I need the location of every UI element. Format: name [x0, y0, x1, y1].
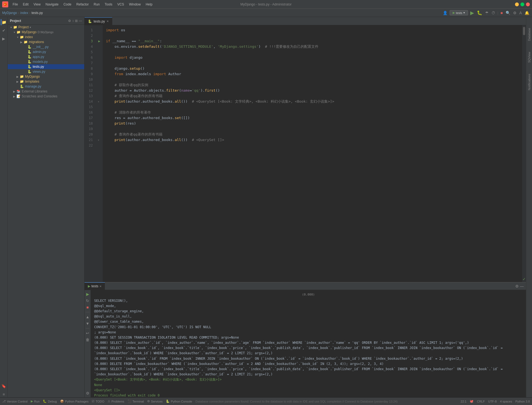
menu-navigate[interactable]: Navigate [43, 1, 61, 7]
activity-structure[interactable]: ≡ [1, 391, 7, 397]
code-line-2 [106, 33, 522, 38]
tree-item-manage[interactable]: ▶ 🐍 manage.py [8, 84, 84, 89]
bottom-close-icon[interactable]: — [520, 284, 524, 288]
status-line-sep[interactable]: CRLF [477, 400, 485, 403]
status-run[interactable]: ▶ Run [31, 400, 40, 403]
minimize-button[interactable] [515, 2, 519, 6]
run-play-button[interactable]: ▶ [470, 9, 475, 16]
run-scroll-down-ctrl[interactable]: ▼ [86, 321, 89, 326]
maximize-button[interactable] [520, 2, 524, 6]
tree-item-models[interactable]: ▶ 🐍 models.py [8, 59, 84, 64]
menu-refactor[interactable]: Refactor [74, 1, 91, 7]
run-play-ctrl[interactable]: ▶ [86, 292, 89, 297]
run-gutter-icon-line3[interactable]: ▶ [98, 39, 100, 43]
sidebar-icon-collapse[interactable]: — [79, 19, 82, 23]
code-lines[interactable]: import os if __name__ == "__main__": os.… [103, 25, 522, 282]
status-debug[interactable]: 🐛 Debug [43, 400, 57, 403]
profile-button[interactable]: ⏱ [491, 10, 496, 16]
search-icon[interactable]: 🔍 [505, 10, 511, 16]
status-git-icon[interactable]: 🐙 [470, 400, 474, 403]
translate-icon[interactable]: A [519, 10, 522, 16]
activity-project[interactable]: 📁 [1, 19, 7, 25]
code-line-3: if __name__ == "__main__": [106, 38, 522, 44]
tree-item-admin[interactable]: ▶ 🐍 admin.py [8, 49, 84, 54]
run-tab[interactable]: ▶ tests ✕ [85, 282, 105, 290]
settings-icon[interactable]: ⚙ [513, 10, 517, 16]
tree-item-templates[interactable]: ▶ 📁 templates [8, 79, 84, 84]
debug-button[interactable]: 🐛 [476, 10, 483, 16]
tree-item-views[interactable]: ▶ 🐍 views.py [8, 69, 84, 74]
status-version-control[interactable]: ⎇ Version Control [2, 400, 27, 403]
tab-close-tests[interactable]: ✕ [107, 20, 109, 23]
activity-commit[interactable]: ✔ [1, 27, 7, 33]
run-rerun-ctrl[interactable]: ↻ [86, 298, 89, 303]
run-clear-ctrl[interactable]: 🗑 [86, 337, 89, 342]
run-stop-ctrl[interactable]: ■ [86, 305, 89, 310]
right-panel-database[interactable]: Database [528, 28, 531, 41]
run-output-panel[interactable]: (0.000) SELECT VERSION(), @@sql_mode, @@… [91, 290, 526, 397]
tree-item-project[interactable]: ▾ 📁 Project ▾ [8, 25, 84, 30]
sidebar-title: Project [10, 19, 67, 23]
menu-vcs[interactable]: VCS [115, 1, 126, 7]
tree-item-scratches[interactable]: ▶ 📝 Scratches and Consoles [8, 94, 84, 99]
tree-item-migrations[interactable]: ▶ 📁 migrations [8, 40, 84, 44]
fold-icon-line21[interactable]: ▿ [98, 139, 99, 142]
status-problems[interactable]: ⚠ Problems [108, 400, 124, 403]
run-scroll-up-ctrl[interactable]: ▲ [86, 314, 89, 319]
menu-run[interactable]: Run [91, 1, 102, 7]
right-panel-sqview[interactable]: SQView [528, 52, 531, 63]
bottom-tab-bar: ▶ tests ✕ ⚙ — [85, 282, 526, 290]
run-wrap-ctrl[interactable]: ↩ [86, 331, 89, 336]
menu-file[interactable]: File [10, 1, 20, 7]
editor-scrollbar[interactable]: ✓ [522, 25, 526, 282]
menu-tools[interactable]: Tools [102, 1, 114, 7]
status-todo[interactable]: ☑ TODO [92, 400, 104, 403]
menu-window[interactable]: Window [127, 1, 143, 7]
tree-item-tests[interactable]: ▶ 🐍 tests.py [8, 64, 84, 69]
menu-help[interactable]: Help [144, 1, 155, 7]
sidebar-icon-settings[interactable]: ⚙ [68, 19, 71, 23]
menu-edit[interactable]: Edit [21, 1, 31, 7]
status-encoding[interactable]: UTF-8 [488, 400, 497, 403]
tree-item-external[interactable]: ▶ 📚 External Libraries [8, 89, 84, 94]
fold-icon-line14[interactable]: ▿ [98, 100, 99, 103]
tree-item-init[interactable]: ▶ 🐍 __init__.py [8, 44, 84, 49]
status-indent[interactable]: 4 spaces [500, 400, 512, 403]
sidebar-icon-expand[interactable]: ⊞ [75, 19, 78, 23]
close-button[interactable] [526, 2, 530, 6]
run-tab-close[interactable]: ✕ [99, 285, 102, 288]
status-services[interactable]: ⚙ Services [147, 400, 163, 403]
status-terminal[interactable]: ⬛ Terminal [128, 400, 144, 403]
status-python-packages[interactable]: 📦 Python Packages [60, 400, 89, 403]
status-python-version[interactable]: Python 3.8 [515, 400, 530, 403]
run-settings-ctrl[interactable]: ⚙ [86, 391, 89, 396]
run-config-dropdown[interactable]: ▶ tests ▾ [450, 10, 468, 15]
status-line-col[interactable]: 22:1 [461, 400, 466, 403]
tab-bar: 🐍 tests.py ✕ [85, 17, 526, 25]
activity-run[interactable]: ▶ [1, 36, 7, 42]
breadcrumb-project[interactable]: MyDjango [2, 11, 17, 15]
notification-icon[interactable]: 🔔 [524, 10, 530, 16]
tab-tests[interactable]: 🐍 tests.py ✕ [85, 17, 112, 25]
breadcrumb-file[interactable]: tests.py [32, 11, 43, 15]
tree-label-apps: apps.py [33, 55, 44, 59]
run-output-line-3: @@default_storage_engine, [94, 309, 523, 314]
bottom-settings-icon[interactable]: ⚙ [515, 284, 519, 288]
right-panel-notifications[interactable]: Notifications [528, 74, 531, 90]
menu-view[interactable]: View [31, 1, 43, 7]
code-line-1: import os [106, 27, 522, 33]
activity-bookmarks[interactable]: 🔖 [1, 383, 7, 389]
tree-item-mydjango[interactable]: ▾ 📁 MyDjango D:\MyDjango [8, 30, 84, 35]
status-python-console[interactable]: 🐍 Python Console [166, 400, 192, 403]
stop-button[interactable]: ■ [500, 10, 503, 16]
menu-code[interactable]: Code [61, 1, 74, 7]
tree-item-apps[interactable]: ▶ 🐍 apps.py [8, 54, 84, 59]
account-icon[interactable]: 👤 [442, 10, 448, 16]
run-output-line-9: (0.000) SELECT `index_author`.`id`, `ind… [94, 340, 523, 345]
coverage-button[interactable]: ☂ [485, 10, 489, 16]
tree-item-mydjango2[interactable]: ▶ 📁 MyDjango [8, 74, 84, 79]
code-editor[interactable]: 1 2 3 4 5 6 7 8 9 10 11 12 13 14 15 16 1… [85, 25, 526, 282]
breadcrumb-index[interactable]: index [20, 11, 28, 15]
sidebar-icon-sort[interactable]: ↕ [72, 19, 74, 23]
tree-item-index[interactable]: ▾ 📁 index [8, 35, 84, 40]
